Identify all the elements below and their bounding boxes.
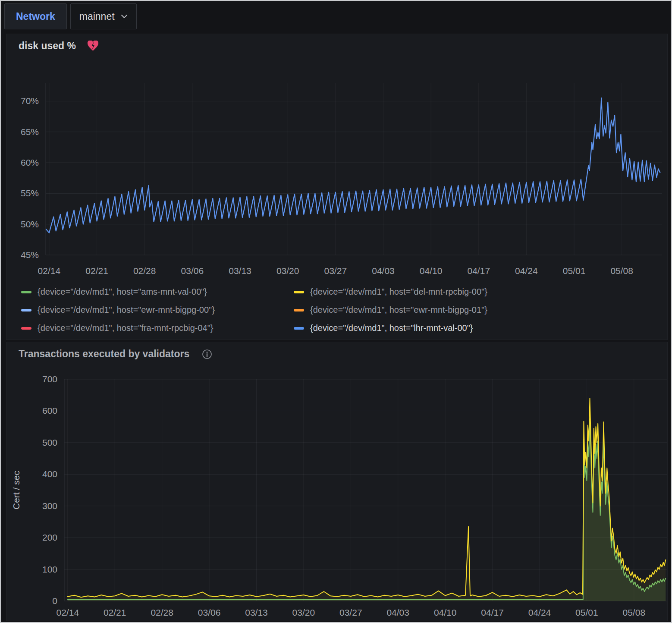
svg-text:03/13: 03/13 bbox=[245, 607, 268, 617]
legend-swatch-blue bbox=[294, 327, 304, 330]
panel-transactions: Transactions executed by validators 02/1… bbox=[6, 342, 668, 621]
svg-text:04/24: 04/24 bbox=[515, 266, 538, 276]
legend-swatch-orange bbox=[294, 309, 304, 312]
legend-swatch-light-blue bbox=[21, 309, 31, 312]
legend-label: {device="/dev/md1", host="del-mnt-rpcbig… bbox=[310, 287, 487, 297]
broken-heart-alert-icon bbox=[87, 41, 99, 51]
svg-text:05/08: 05/08 bbox=[610, 266, 633, 276]
svg-text:60%: 60% bbox=[21, 157, 39, 167]
svg-text:04/03: 04/03 bbox=[372, 266, 395, 276]
svg-text:400: 400 bbox=[42, 469, 57, 479]
network-value-text: mainnet bbox=[79, 11, 115, 22]
panel-disk-used: disk used % 02/1402/2102/2803/0603/1303/… bbox=[6, 34, 668, 340]
svg-text:03/06: 03/06 bbox=[181, 266, 204, 276]
svg-text:03/27: 03/27 bbox=[324, 266, 347, 276]
svg-text:700: 700 bbox=[42, 374, 57, 384]
svg-text:55%: 55% bbox=[21, 188, 39, 198]
svg-text:50%: 50% bbox=[21, 219, 39, 229]
legend-swatch-green bbox=[21, 291, 31, 293]
svg-text:600: 600 bbox=[42, 406, 57, 415]
chevron-down-icon bbox=[121, 14, 128, 19]
svg-text:45%: 45% bbox=[21, 250, 39, 260]
svg-text:04/24: 04/24 bbox=[528, 607, 551, 617]
svg-text:05/01: 05/01 bbox=[575, 607, 598, 617]
svg-text:Cert / sec: Cert / sec bbox=[11, 471, 21, 510]
legend-label: {device="/dev/md1", host="fra-mnt-rpcbig… bbox=[38, 323, 214, 333]
svg-text:02/14: 02/14 bbox=[38, 266, 61, 276]
legend-swatch-yellow bbox=[294, 291, 304, 293]
svg-text:02/21: 02/21 bbox=[85, 266, 108, 276]
legend-item-ewr-mnt-bigpg-01[interactable]: {device="/dev/md1", host="ewr-mnt-bigpg-… bbox=[294, 305, 487, 315]
dashboard: Network mainnet disk used % 02/1402/2102… bbox=[0, 0, 672, 623]
svg-text:70%: 70% bbox=[21, 96, 39, 106]
svg-text:02/28: 02/28 bbox=[133, 266, 156, 276]
svg-text:03/06: 03/06 bbox=[198, 607, 221, 617]
legend-label: {device="/dev/md1", host="ewr-mnt-bigpg-… bbox=[38, 305, 215, 315]
legend-item-ams-mnt-val-00[interactable]: {device="/dev/md1", host="ams-mnt-val-00… bbox=[21, 287, 285, 297]
disk-used-chart[interactable]: 02/1402/2102/2803/0603/1303/2003/2704/03… bbox=[6, 60, 667, 281]
legend-item-lhr-mnt-val-00[interactable]: {device="/dev/md1", host="lhr-mnt-val-00… bbox=[294, 323, 487, 333]
info-icon[interactable] bbox=[201, 349, 213, 360]
panel-disk-title[interactable]: disk used % bbox=[19, 40, 76, 52]
svg-text:0: 0 bbox=[52, 596, 57, 606]
legend-item-del-mnt-rpcbig-00[interactable]: {device="/dev/md1", host="del-mnt-rpcbig… bbox=[294, 287, 487, 297]
network-variable-dropdown[interactable]: mainnet bbox=[70, 3, 137, 29]
svg-text:02/21: 02/21 bbox=[104, 607, 126, 617]
svg-text:03/13: 03/13 bbox=[229, 266, 251, 276]
legend-swatch-red bbox=[21, 327, 31, 330]
svg-text:05/01: 05/01 bbox=[563, 266, 586, 276]
svg-text:04/10: 04/10 bbox=[434, 607, 457, 617]
svg-text:04/03: 04/03 bbox=[386, 607, 409, 617]
network-variable-label: Network bbox=[4, 3, 67, 29]
panel-tx-title[interactable]: Transactions executed by validators bbox=[19, 348, 189, 360]
svg-text:02/28: 02/28 bbox=[151, 607, 173, 617]
legend-item-fra-mnt-rpcbig-04[interactable]: {device="/dev/md1", host="fra-mnt-rpcbig… bbox=[21, 323, 285, 333]
svg-text:03/20: 03/20 bbox=[276, 266, 299, 276]
legend-item-ewr-mnt-bigpg-00[interactable]: {device="/dev/md1", host="ewr-mnt-bigpg-… bbox=[21, 305, 285, 315]
svg-text:05/08: 05/08 bbox=[623, 607, 646, 617]
legend-label: {device="/dev/md1", host="ewr-mnt-bigpg-… bbox=[310, 305, 487, 315]
svg-text:65%: 65% bbox=[21, 127, 39, 137]
svg-text:04/17: 04/17 bbox=[481, 607, 504, 617]
svg-text:500: 500 bbox=[42, 437, 57, 447]
svg-text:300: 300 bbox=[42, 501, 57, 511]
network-label-text: Network bbox=[16, 11, 55, 22]
svg-text:04/17: 04/17 bbox=[468, 266, 490, 276]
variable-bar: Network mainnet bbox=[4, 3, 137, 29]
svg-text:100: 100 bbox=[42, 564, 57, 574]
svg-text:200: 200 bbox=[42, 532, 57, 542]
legend-label: {device="/dev/md1", host="lhr-mnt-val-00… bbox=[310, 323, 473, 333]
disk-chart-legend: {device="/dev/md1", host="ams-mnt-val-00… bbox=[21, 287, 487, 333]
svg-text:04/10: 04/10 bbox=[420, 266, 443, 276]
transactions-chart[interactable]: 02/1402/2102/2803/0603/1303/2003/2704/03… bbox=[6, 368, 667, 622]
svg-text:02/14: 02/14 bbox=[57, 607, 79, 617]
svg-text:03/27: 03/27 bbox=[339, 607, 362, 617]
legend-label: {device="/dev/md1", host="ams-mnt-val-00… bbox=[38, 287, 207, 297]
svg-text:03/20: 03/20 bbox=[292, 607, 315, 617]
